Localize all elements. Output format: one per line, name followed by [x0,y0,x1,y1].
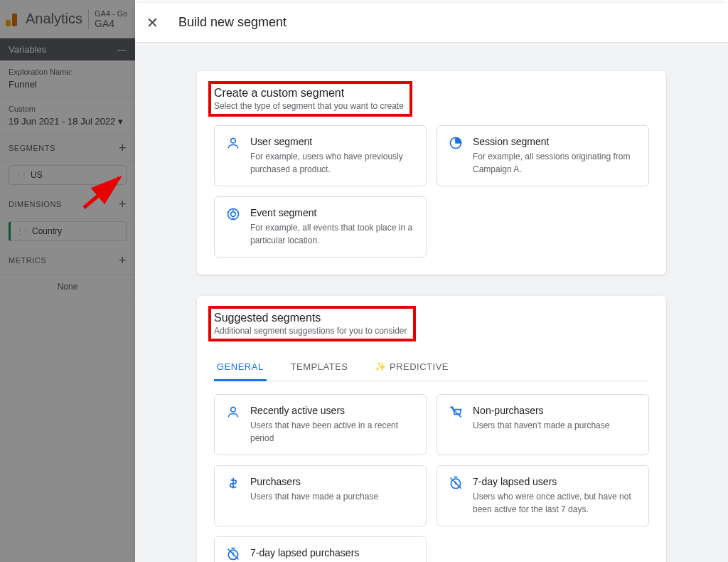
annotation-highlight-custom: Create a custom segment Select the type … [208,81,412,117]
ga-logo-icon [6,12,20,26]
date-label: Custom [9,105,127,113]
custom-title: Create a custom segment [214,87,404,100]
property-selector[interactable]: GA4 - Go GA4 [95,9,127,29]
segment-chip-label: US [31,170,43,180]
recently-active-card[interactable]: Recently active users Users that have be… [214,394,427,455]
session-icon [449,136,463,150]
date-range-field[interactable]: Custom 19 Jun 2021 - 18 Jul 2022 ▾ [0,97,135,134]
tab-predictive[interactable]: ✨PREDICTIVE [372,354,451,381]
user-icon [226,136,240,150]
card-title: Non-purchasers [473,405,638,416]
dimensions-label: DIMENSIONS [9,200,62,208]
user-segment-card[interactable]: User segment For example, users who have… [214,125,427,186]
add-dimension-button[interactable]: + [119,198,127,211]
segment-chip-us[interactable]: US [9,165,127,185]
card-title: 7-day lapsed users [473,476,638,487]
card-desc: Users that haven't made a purchase [473,419,638,432]
lapsed-purchasers-card[interactable]: 7-day lapsed purchasers Purchasers who w… [214,536,427,562]
card-desc: Users that have made a purchase [250,490,416,503]
tab-general[interactable]: GENERAL [214,354,267,381]
modal-title: Build new segment [178,15,287,30]
suggested-segment-panel: Suggested segments Additional segment su… [197,296,666,562]
card-title: 7-day lapsed purchasers [250,547,416,558]
dimensions-section-header: DIMENSIONS + [0,191,135,218]
exploration-name-field[interactable]: Exploration Name: Funnel [0,60,135,97]
property-line2: GA4 [95,18,127,29]
no-clock-icon [449,476,463,490]
chevron-down-icon: ▾ [118,116,123,127]
date-value: 19 Jun 2021 - 18 Jul 2022 ▾ [9,116,127,127]
suggested-subtitle: Additional segment suggestions for you t… [214,326,407,336]
add-segment-button[interactable]: + [119,142,127,154]
custom-card-grid: User segment For example, users who have… [214,125,649,258]
collapse-icon[interactable]: — [117,44,127,55]
dimension-chip-label: Country [32,226,62,236]
exploration-value: Funnel [9,79,127,90]
svg-point-4 [231,212,236,217]
modal-body: Create a custom segment Select the type … [135,43,728,562]
brand-name: Analytics [26,11,82,27]
event-icon [226,207,240,221]
annotation-highlight-suggested: Suggested segments Additional segment su… [208,306,416,341]
suggested-card-grid: Recently active users Users that have be… [214,394,649,562]
segments-section-header: SEGMENTS + [0,134,135,162]
svg-point-1 [231,138,236,143]
metrics-section-header: METRICS + [0,247,135,275]
variables-sidebar: Analytics GA4 - Go GA4 Variables — Explo… [0,0,135,562]
svg-point-5 [231,407,236,412]
card-desc: Users that have been active in a recent … [250,419,416,445]
tab-label: PREDICTIVE [390,361,449,372]
sparkle-icon: ✨ [375,361,387,372]
card-desc: For example, all sessions originating fr… [473,150,638,176]
divider [88,9,89,29]
suggested-title: Suggested segments [214,312,407,324]
dollar-icon [226,476,240,490]
user-icon [226,405,240,419]
card-desc: For example, users who have previously p… [250,150,416,176]
close-button[interactable]: ✕ [146,14,159,31]
build-segment-modal: ✕ Build new segment Create a custom segm… [135,3,728,562]
purchasers-card[interactable]: Purchasers Users that have made a purcha… [214,465,427,526]
brand-header: Analytics GA4 - Go GA4 [0,0,135,38]
metrics-none: None [0,275,135,299]
exploration-label: Exploration Name: [9,68,127,76]
dimension-chip-country[interactable]: Country [9,221,127,241]
event-segment-card[interactable]: Event segment For example, all events th… [214,196,427,258]
custom-subtitle: Select the type of segment that you want… [214,101,404,111]
no-clock-icon [226,547,240,561]
metrics-label: METRICS [9,256,46,265]
tab-templates[interactable]: TEMPLATES [288,354,351,381]
card-title: Session segment [473,136,638,147]
card-desc: Users who were once active, but have not… [473,490,638,516]
modal-header: ✕ Build new segment [135,3,728,43]
lapsed-users-card[interactable]: 7-day lapsed users Users who were once a… [437,465,649,526]
property-line1: GA4 - Go [95,9,127,18]
suggested-tabs: GENERAL TEMPLATES ✨PREDICTIVE [214,354,649,381]
variables-header: Variables — [0,38,135,60]
card-desc: For example, all events that took place … [250,221,416,247]
card-title: Purchasers [250,476,416,487]
card-title: User segment [250,136,416,147]
session-segment-card[interactable]: Session segment For example, all session… [437,125,649,186]
card-title: Recently active users [250,405,416,416]
custom-segment-panel: Create a custom segment Select the type … [197,71,666,275]
segments-label: SEGMENTS [9,144,55,152]
svg-line-6 [451,407,461,418]
non-purchasers-card[interactable]: Non-purchasers Users that haven't made a… [437,394,649,455]
variables-label: Variables [9,44,46,55]
card-title: Event segment [250,207,416,218]
add-metric-button[interactable]: + [119,254,127,267]
no-cart-icon [449,405,463,419]
